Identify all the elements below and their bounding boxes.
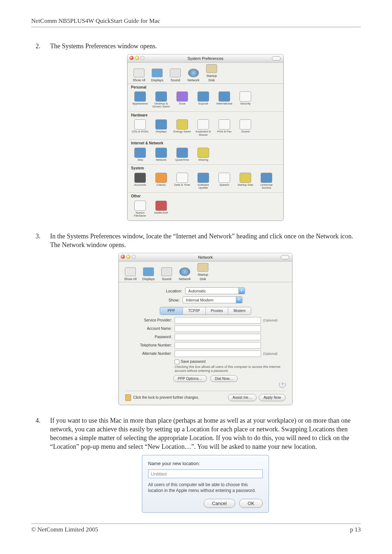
pref-startup2[interactable]: Startup Disk [236,173,255,190]
pref-norton[interactable]: Norton FileSaver [130,201,150,218]
toolbar-show-all[interactable]: Show All [122,267,139,281]
tab-proxies[interactable]: Proxies [206,307,229,315]
page-header: NetComm NB5PLUS4W QuickStart Guide for M… [31,17,361,25]
step-3-number: 3. [36,232,41,241]
dial-now-button[interactable]: Dial Now… [210,375,238,382]
pref-dotmac[interactable]: .Mac [130,148,150,161]
label-password: Password: [125,335,175,340]
pref-accounts[interactable]: Accounts [130,173,150,190]
pref-network[interactable]: Network [151,148,171,161]
help-icon[interactable]: ? [279,383,286,388]
window-title: System Preferences [187,56,223,61]
step-4-text: If you want to use this Mac in more than… [50,417,351,451]
input-service-provider[interactable] [175,317,261,324]
location-name-input[interactable] [148,469,263,478]
minimize-icon[interactable] [126,255,130,259]
step-3: 3. In the Systems Preferences window, lo… [44,232,361,405]
pref-speech[interactable]: Speech [215,173,234,190]
zoom-icon[interactable] [132,255,136,259]
input-alternate[interactable] [175,350,261,357]
ok-button[interactable]: OK [239,499,263,508]
pref-quicktime[interactable]: QuickTime [172,148,192,161]
toolbar-show-all[interactable]: Show All [130,69,148,82]
pref-stuffit[interactable]: StuffIt AVR [151,201,171,218]
zoom-icon[interactable] [140,56,144,60]
step-list: 2. The Systems Preferences window opens.… [33,42,361,513]
pref-security[interactable]: Security [236,91,255,108]
section-hardware: Hardware [127,112,283,119]
label-service-provider: Service Provider: [125,318,175,323]
ppp-options-button[interactable]: PPP Options… [173,375,207,382]
pref-sound[interactable]: Sound [236,119,255,136]
minimize-icon[interactable] [135,56,139,60]
footer-left: © NetComm Limited 2005 [31,526,98,533]
pref-classic[interactable]: Classic [151,173,171,190]
pref-displays2[interactable]: Displays [151,119,171,136]
apply-now-button[interactable]: Apply Now [259,394,286,401]
optional-1: (Optional) [261,318,286,323]
header-rule [31,27,361,27]
traffic-lights[interactable] [130,56,144,60]
toolbar-displays[interactable]: Displays [140,267,157,281]
toolbar-sound[interactable]: Sound [158,267,175,281]
pref-universal[interactable]: Universal Access [257,173,276,190]
pref-appearance[interactable]: Appearance [130,91,150,108]
pref-keyboard[interactable]: Keyboard & Mouse [193,119,213,136]
optional-2: (Optional) [261,352,286,356]
pref-datetime[interactable]: Date & Time [172,173,192,190]
toolbar-displays[interactable]: Displays [148,69,166,82]
pref-dock[interactable]: Dock [172,91,192,108]
toolbar-sound[interactable]: Sound [167,69,184,82]
toolbar-pill-icon[interactable] [272,56,281,61]
label-save-password: Save password [181,359,205,364]
footer-rule [31,524,361,524]
close-icon[interactable] [130,56,134,60]
chevron-updown-icon: ▾ [236,297,242,303]
pref-international[interactable]: International [215,91,234,108]
pref-sharing[interactable]: Sharing [193,148,213,161]
window-title: Network [198,255,213,259]
pref-software[interactable]: Software Update [193,173,213,190]
tab-modem[interactable]: Modem [228,307,251,315]
show-select[interactable]: Internal Modem ▾ [183,296,242,303]
label-alternate: Alternate Number: [125,351,175,356]
pref-energy[interactable]: Energy Saver [172,119,192,136]
section-system: System [127,165,283,172]
footer-right: p 13 [350,526,361,533]
system-preferences-window: System Preferences Show All Displays Sou… [127,54,284,221]
network-toolbar: Show All Displays Sound Network Startup … [119,262,292,282]
assist-me-button[interactable]: Assist me… [228,394,257,401]
pref-expose[interactable]: Exposé [193,91,213,108]
tab-tcpip[interactable]: TCP/IP [183,307,206,315]
ppp-form: Service Provider: (Optional) Account Nam… [125,317,286,388]
toolbar-startup[interactable]: Startup Disk [194,263,212,281]
pref-cds[interactable]: CDs & DVDs [130,119,150,136]
step-4-number: 4. [36,416,41,425]
label-account-name: Account Name: [125,326,175,331]
lock-icon[interactable] [125,394,131,401]
sysprefs-toolbar: Show All Displays Sound Network Startup … [127,63,283,83]
toolbar-network[interactable]: Network [176,267,193,281]
pref-print[interactable]: Print & Fax [215,119,234,136]
checkbox-save-password[interactable] [175,360,179,364]
tab-ppp[interactable]: PPP [160,307,183,315]
input-password[interactable] [175,334,261,340]
toolbar-startup[interactable]: Startup Disk [203,64,220,82]
close-icon[interactable] [121,255,125,259]
step-4: 4. If you want to use this Mac in more t… [44,416,361,513]
section-personal: Personal [127,84,283,91]
location-select[interactable]: Automatic ▾ [185,287,245,294]
toolbar-pill-icon[interactable] [281,255,289,259]
section-internet: Internet & Network [127,140,283,147]
input-telephone[interactable] [175,342,261,349]
toolbar-network[interactable]: Network [185,69,202,82]
pref-desktop[interactable]: Desktop & Screen Saver [151,91,171,108]
dialog-prompt: Name your new location: [148,460,263,467]
step-2: 2. The Systems Preferences window opens.… [44,42,361,221]
step-2-number: 2. [36,42,41,50]
cancel-button[interactable]: Cancel [204,499,235,508]
chevron-updown-icon: ▾ [238,288,245,294]
network-window: Network Show All Displays Sound Network … [118,253,293,405]
input-account-name[interactable] [175,325,261,332]
traffic-lights[interactable] [121,255,136,259]
